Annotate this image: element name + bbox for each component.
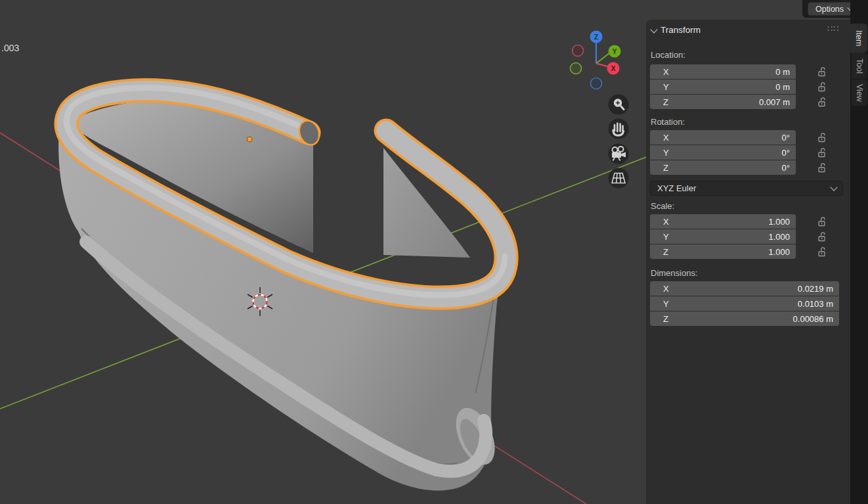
chevron-down-icon (650, 26, 657, 33)
camera-view-button[interactable] (609, 144, 629, 164)
axis-value: 0.0219 m (798, 284, 833, 294)
rotation-mode-value: XYZ Euler (657, 183, 696, 193)
transform-panel-header[interactable]: Transform (651, 25, 701, 35)
scale-x-lock-button[interactable] (814, 214, 829, 229)
rotation-z-lock-button[interactable] (814, 160, 829, 175)
object-origin-dot (247, 137, 252, 142)
rotation-y-lock-button[interactable] (814, 145, 829, 160)
unlock-icon (817, 67, 827, 77)
axis-label: X (663, 284, 669, 294)
unlock-icon (817, 97, 827, 107)
axis-label: Z (663, 97, 668, 107)
scale-y-field[interactable]: Y 1.000 (650, 229, 796, 244)
gizmo-minus-y-ball[interactable] (571, 63, 582, 74)
dimensions-x-field[interactable]: X 0.0219 m (650, 281, 839, 296)
axis-value: 0° (782, 148, 790, 158)
chevron-down-icon (830, 183, 837, 191)
unlock-icon (817, 163, 827, 173)
dimensions-y-field[interactable]: Y 0.0103 m (650, 296, 839, 311)
axis-value: 1.000 (768, 247, 790, 257)
axis-value: 0° (782, 163, 790, 173)
location-z-field[interactable]: Z 0.007 m (650, 95, 796, 109)
scale-x-field[interactable]: X 1.000 (650, 214, 796, 229)
scale-y-lock-button[interactable] (814, 229, 829, 244)
clip-gap (313, 116, 384, 255)
location-y-lock-button[interactable] (814, 80, 829, 94)
pan-hand-button[interactable] (609, 119, 629, 139)
unlock-icon (817, 232, 827, 242)
blender-3d-viewport-window: Z Y X (0, 0, 868, 504)
axis-value: 0.007 m (759, 97, 790, 107)
gizmo-minus-z-ball[interactable] (591, 78, 602, 89)
sidebar-tab-column: Item Tool View (850, 0, 868, 504)
axis-value: 0 m (775, 67, 790, 77)
tab-view-label: View (855, 84, 864, 102)
location-y-field[interactable]: Y 0 m (650, 80, 796, 94)
unlock-icon (817, 82, 827, 92)
unlock-icon (817, 148, 827, 158)
axis-value: 1.000 (768, 217, 790, 227)
rotation-mode-dropdown[interactable]: XYZ Euler (650, 181, 843, 196)
gizmo-y-label: Y (612, 47, 617, 55)
rotation-z-field[interactable]: Z 0° (650, 160, 796, 175)
axis-value: 1.000 (768, 232, 790, 242)
location-z-lock-button[interactable] (814, 95, 829, 109)
gizmo-x-ball[interactable]: X (607, 62, 620, 75)
tab-item-label: Item (854, 30, 863, 46)
gizmo-x-label: X (611, 64, 615, 72)
rotation-x-field[interactable]: X 0° (650, 130, 796, 145)
unlock-icon (817, 133, 827, 143)
rotation-x-lock-button[interactable] (814, 130, 829, 145)
scale-z-lock-button[interactable] (814, 244, 829, 259)
axis-label: X (663, 133, 669, 143)
dimensions-z-field[interactable]: Z 0.00086 m (650, 311, 839, 326)
tab-tool[interactable]: Tool (852, 53, 867, 79)
tab-view[interactable]: View (852, 80, 867, 106)
tab-tool-label: Tool (855, 58, 864, 74)
panel-title: Transform (661, 25, 701, 35)
panel-drag-handle[interactable]: ∷∷ (827, 24, 840, 34)
grid-ortho-button[interactable] (609, 168, 629, 189)
gizmo-minus-x-ball[interactable] (573, 45, 584, 57)
axis-value: 0.0103 m (798, 299, 833, 309)
dimensions-label: Dimensions: (651, 268, 698, 278)
axis-label: Y (663, 299, 669, 309)
axis-value: 0° (782, 133, 790, 143)
unlock-icon (817, 217, 827, 227)
rotation-label: Rotation: (651, 117, 685, 127)
axis-value: 0 m (775, 82, 790, 92)
unlock-icon (817, 247, 827, 257)
axis-label: X (663, 217, 669, 227)
gizmo-y-ball[interactable]: Y (609, 45, 621, 58)
options-label: Options (815, 5, 844, 14)
active-object-name: .003 (1, 43, 19, 53)
scale-z-field[interactable]: Z 1.000 (650, 244, 796, 259)
tab-item[interactable]: Item (850, 24, 867, 53)
gizmo-z-label: Z (594, 33, 599, 41)
gizmo-z-ball[interactable]: Z (590, 31, 603, 43)
axis-label: Z (663, 314, 668, 324)
zoom-button[interactable] (609, 95, 629, 115)
axis-label: Z (663, 163, 668, 173)
transform-panel: Transform ∷∷ Location: X 0 m Y 0 m Z 0.0… (646, 20, 850, 504)
axis-label: X (663, 67, 669, 77)
axis-label: Y (663, 148, 669, 158)
location-label: Location: (651, 50, 685, 60)
axis-label: Z (663, 247, 668, 257)
rotation-y-field[interactable]: Y 0° (650, 145, 796, 160)
axis-value: 0.00086 m (793, 314, 833, 324)
location-x-lock-button[interactable] (814, 64, 829, 79)
axis-label: Y (663, 232, 669, 242)
location-x-field[interactable]: X 0 m (650, 64, 796, 79)
axis-label: Y (663, 82, 669, 92)
scale-label: Scale: (651, 201, 674, 211)
